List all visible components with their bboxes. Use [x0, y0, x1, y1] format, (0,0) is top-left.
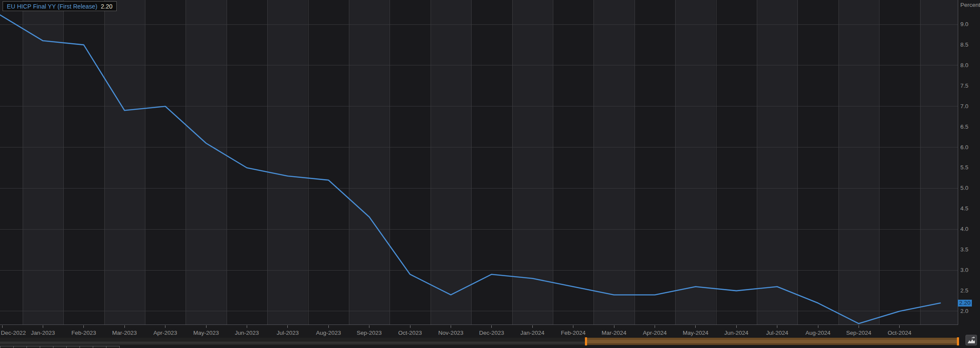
table-cell-edge [80, 346, 93, 348]
scrollbar-selected-range[interactable] [587, 338, 957, 345]
x-tick-label: Jun-2024 [724, 330, 748, 336]
y-tick-label: 4.0 [960, 226, 968, 233]
y-tick-label: 5.5 [960, 164, 968, 171]
x-tick [410, 325, 410, 328]
reset-zoom-button[interactable] [965, 335, 977, 345]
y-tick-label: 8.0 [960, 62, 968, 69]
x-tick [695, 325, 696, 328]
x-tick [899, 325, 900, 328]
x-tick-label: Feb-2023 [71, 330, 96, 336]
x-tick [655, 325, 655, 328]
time-range-scrollbar[interactable] [0, 337, 959, 345]
x-tick [328, 325, 329, 328]
x-tick-label: Sep-2023 [357, 330, 382, 336]
table-cell-edge [13, 346, 27, 348]
x-tick-label: Sep-2024 [846, 330, 871, 336]
x-tick [83, 325, 84, 328]
table-cell-edge [27, 346, 40, 348]
x-tick [614, 325, 614, 328]
x-tick [206, 325, 207, 328]
legend-box[interactable]: EU HICP Final YY (First Release) 2.20 [3, 1, 117, 11]
reset-zoom-chart-icon [967, 336, 975, 344]
x-tick-label: May-2023 [193, 330, 219, 336]
x-tick-label: May-2024 [683, 330, 708, 336]
x-tick [247, 325, 247, 328]
x-tick-label: Dec-2023 [479, 330, 505, 336]
y-tick-label: 2.5 [960, 287, 968, 294]
table-cell-edge [53, 346, 67, 348]
scrollbar-left-handle[interactable] [585, 337, 587, 345]
x-tick [124, 325, 125, 328]
x-tick [287, 325, 288, 328]
y-tick-label: 8.5 [960, 41, 968, 48]
y-tick-label: 3.0 [960, 267, 968, 274]
y-tick-label: 4.5 [960, 205, 968, 212]
last-price-tag: 2.20 [958, 300, 972, 307]
y-tick-label: 7.5 [960, 83, 968, 89]
x-axis-scale[interactable]: Dec-2022Jan-2023Feb-2023Mar-2023Apr-2023… [0, 325, 958, 337]
x-tick [573, 325, 573, 328]
y-tick-label: 3.5 [960, 246, 968, 253]
x-tick [451, 325, 451, 328]
y-tick-label: 9.0 [960, 21, 968, 28]
x-tick-label: Jul-2023 [277, 330, 299, 336]
x-tick-label: Jan-2023 [31, 330, 55, 336]
table-cell-edge [106, 346, 120, 348]
y-tick-label: 6.0 [960, 144, 968, 151]
scrollbar-right-handle[interactable] [957, 337, 959, 345]
x-tick-label: Feb-2024 [561, 330, 586, 336]
x-tick-label: Apr-2023 [153, 330, 177, 336]
x-tick [491, 325, 492, 328]
series-last-value: 2.20 [101, 3, 112, 10]
table-cell-edge [66, 346, 80, 348]
y-tick-label: 5.0 [960, 185, 968, 192]
y-tick-label: 7.0 [960, 103, 968, 110]
x-tick-label: Jul-2024 [766, 330, 788, 336]
table-cell-edge [0, 346, 14, 348]
x-tick [532, 325, 533, 328]
scrollbar-track[interactable] [0, 338, 585, 345]
x-tick [369, 325, 369, 328]
x-tick-label: Aug-2024 [806, 330, 831, 336]
x-tick-label: Apr-2024 [643, 330, 667, 336]
bottom-table-edge [0, 346, 119, 348]
table-cell-edge [93, 346, 106, 348]
chart-window: EU HICP Final YY (First Release) 2.20 Pe… [0, 0, 980, 348]
x-tick [165, 325, 165, 328]
y-axis-scale[interactable]: 9.08.58.07.57.06.56.05.55.04.54.03.53.02… [958, 0, 980, 324]
series-name-label: EU HICP Final YY (First Release) [7, 3, 97, 10]
x-tick-label: Dec-2022 [1, 330, 26, 336]
x-tick-label: Jan-2024 [520, 330, 544, 336]
x-tick [43, 325, 43, 328]
x-tick-label: Nov-2023 [438, 330, 463, 336]
y-tick-label: 2.0 [960, 308, 968, 315]
x-tick [818, 325, 818, 328]
x-tick-label: Mar-2023 [112, 330, 137, 336]
x-tick-label: Mar-2024 [602, 330, 626, 336]
table-cell-edge [40, 346, 53, 348]
hicp-series-line [0, 15, 940, 324]
x-tick-label: Aug-2023 [316, 330, 341, 336]
x-tick [859, 325, 859, 328]
plot-area[interactable]: EU HICP Final YY (First Release) 2.20 [0, 0, 958, 324]
x-tick-label: Oct-2024 [888, 330, 912, 336]
x-tick-label: Oct-2023 [398, 330, 422, 336]
x-tick [777, 325, 777, 328]
x-tick [2, 325, 3, 328]
x-tick [736, 325, 737, 328]
x-tick-label: Jun-2023 [235, 330, 259, 336]
y-tick-label: 6.5 [960, 124, 968, 130]
price-line-chart [0, 0, 958, 324]
